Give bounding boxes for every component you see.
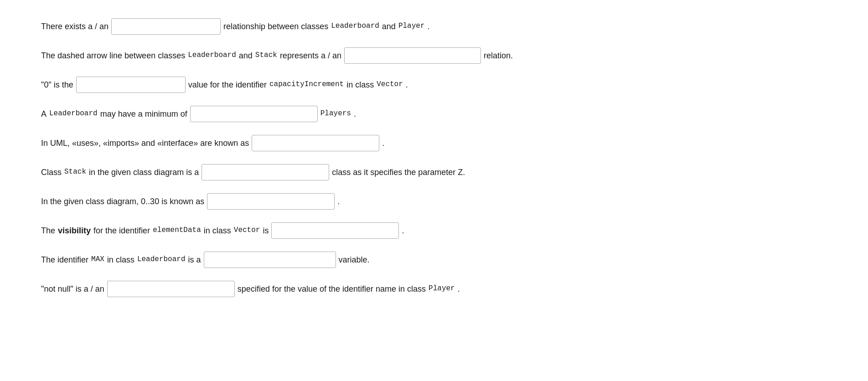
item-text: . xyxy=(406,78,408,92)
item-mono-text: Vector xyxy=(234,225,260,237)
item-text: . xyxy=(354,108,356,121)
item-mono-text: capacityIncrement xyxy=(269,79,344,91)
input-not-null-type[interactable] xyxy=(107,281,235,297)
input-relationship-type[interactable] xyxy=(111,18,221,35)
item-text: may have a minimum of xyxy=(100,108,187,121)
list-item: In UML, «uses», «imports» and «interface… xyxy=(41,135,841,151)
item-mono-text: Players xyxy=(320,108,351,120)
item-text: in class xyxy=(346,78,374,92)
item-text: in the given class diagram is a xyxy=(89,166,199,179)
item-text: . xyxy=(402,224,404,237)
item-mono-text: Stack xyxy=(255,50,277,62)
list-item: There exists a / anrelationship between … xyxy=(41,18,841,35)
question-list: There exists a / anrelationship between … xyxy=(27,18,841,297)
item-text: in class xyxy=(107,253,134,267)
item-mono-text: Vector xyxy=(377,79,403,91)
item-text: Class xyxy=(41,166,62,179)
item-text: . xyxy=(458,283,460,296)
item-mono-text: Leaderboard xyxy=(49,108,98,120)
item-mono-text: Player xyxy=(398,21,425,32)
input-multiplicity-known-as[interactable] xyxy=(207,193,335,210)
item-text: class as it specifies the parameter Z. xyxy=(332,166,465,179)
list-item: "0" is thevalue for the identifiercapaci… xyxy=(41,77,841,93)
item-mono-text: MAX xyxy=(91,254,104,266)
item-text: . xyxy=(382,137,384,150)
item-text: relation. xyxy=(484,49,513,62)
item-bold-text: visibility xyxy=(58,224,91,237)
list-item: The dashed arrow line between classesLea… xyxy=(41,47,841,64)
item-text: The dashed arrow line between classes xyxy=(41,49,185,62)
item-mono-text: Player xyxy=(429,283,455,295)
item-mono-text: Stack xyxy=(64,166,86,178)
input-dashed-arrow-relation[interactable] xyxy=(344,47,481,64)
item-text: specified for the value of the identifie… xyxy=(238,283,426,296)
item-mono-text: elementData xyxy=(153,225,201,237)
item-text: variable. xyxy=(339,253,370,267)
input-min-players[interactable] xyxy=(190,106,318,122)
list-item: ClassStackin the given class diagram is … xyxy=(41,164,841,180)
item-text: "0" is the xyxy=(41,78,73,92)
item-text: The identifier xyxy=(41,253,88,267)
item-text: "not null" is a / an xyxy=(41,283,104,296)
item-mono-text: Leaderboard xyxy=(188,50,236,62)
item-text: There exists a / an xyxy=(41,20,108,33)
item-text: in class xyxy=(204,224,231,237)
item-text: represents a / an xyxy=(280,49,341,62)
input-stack-class-type[interactable] xyxy=(202,164,329,180)
item-text: and xyxy=(382,20,396,33)
item-mono-text: Leaderboard xyxy=(331,21,379,32)
item-text: In the given class diagram, 0..30 is kno… xyxy=(41,195,204,208)
item-text: relationship between classes xyxy=(223,20,328,33)
list-item: The identifierMAXin classLeaderboardis a… xyxy=(41,252,841,268)
list-item: "not null" is a / anspecified for the va… xyxy=(41,281,841,297)
input-uml-known-as[interactable] xyxy=(252,135,379,151)
item-text: is a xyxy=(188,253,201,267)
item-text: In UML, «uses», «imports» and «interface… xyxy=(41,137,249,150)
item-text: is xyxy=(263,224,269,237)
input-capacity-value-type[interactable] xyxy=(76,77,186,93)
input-visibility-value[interactable] xyxy=(271,222,399,239)
item-text: . xyxy=(337,195,340,208)
item-text: for the identifier xyxy=(93,224,150,237)
input-max-variable-type[interactable] xyxy=(204,252,336,268)
list-item: In the given class diagram, 0..30 is kno… xyxy=(41,193,841,210)
list-item: Thevisibilityfor the identifierelementDa… xyxy=(41,222,841,239)
list-item: ALeaderboardmay have a minimum ofPlayers… xyxy=(41,106,841,122)
item-mono-text: Leaderboard xyxy=(137,254,186,266)
item-text: . xyxy=(428,20,430,33)
item-text: value for the identifier xyxy=(188,78,267,92)
item-text: A xyxy=(41,108,46,121)
item-text: The xyxy=(41,224,55,237)
item-text: and xyxy=(239,49,253,62)
